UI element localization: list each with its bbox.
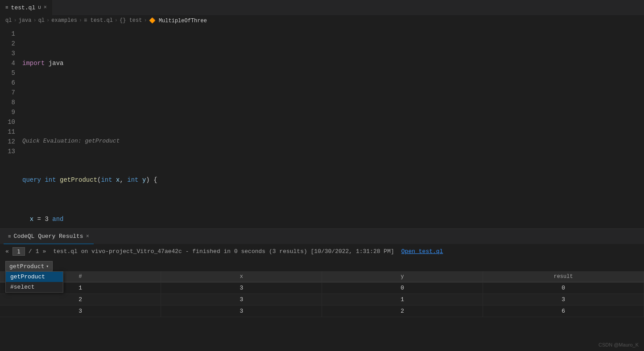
page-separator: / [29, 248, 32, 255]
table-row: 2 3 1 3 [0, 294, 644, 306]
predicate-dropdown-container: getProduct ▾ getProduct #select [5, 261, 53, 271]
editor-area[interactable]: 1 2 3 4 5 6 7 8 9 10 11 12 13 import jav… [0, 25, 644, 229]
tab-menu-icon: ≡ [5, 5, 8, 10]
code-line-2 [22, 98, 644, 107]
panel-tab-icon: ≡ [8, 234, 11, 239]
cell-y-3: 2 [322, 306, 483, 317]
tab-close-button[interactable]: × [44, 4, 47, 11]
watermark: CSDN @Mauro_K [599, 342, 639, 347]
breadcrumb: ql › java › ql › examples › ≡ test.ql › … [0, 16, 644, 25]
results-area: getProduct ▾ getProduct #select # x y [0, 258, 644, 351]
breadcrumb-ql2[interactable]: ql [38, 17, 45, 24]
pagination-bar: « / 1 » test.ql on vivo-project_Vitro_47… [0, 245, 644, 258]
cell-x-1: 3 [161, 282, 322, 294]
cell-result-2: 3 [483, 294, 644, 306]
table-row: 3 3 2 6 [0, 306, 644, 317]
code-line-1: import java [22, 58, 644, 68]
page-prev-button[interactable]: « [5, 248, 9, 255]
table-row: 1 3 0 0 [0, 282, 644, 294]
code-line-4: x = 3 and [22, 214, 644, 224]
cell-y-2: 1 [322, 294, 483, 306]
cell-result-3: 6 [483, 306, 644, 317]
page-number-input[interactable] [12, 247, 25, 256]
tab-filename: test.ql [11, 4, 36, 11]
col-header-x: x [161, 271, 322, 282]
dropdown-item-select[interactable]: #select [6, 282, 63, 292]
code-line-3: query int getProduct(int x, int y) { [22, 175, 644, 185]
predicate-dropdown-menu: getProduct #select [5, 271, 63, 293]
bottom-panel: ≡ CodeQL Query Results × « / 1 » test.ql… [0, 229, 644, 351]
code-content: import java Quick Evaluation: getProduct… [22, 29, 644, 229]
query-status-message: test.ql on vivo-project_Vitro_47ae42c - … [53, 248, 394, 255]
results-controls: getProduct ▾ getProduct #select [0, 258, 644, 271]
dropdown-selected-label: getProduct [9, 263, 44, 269]
tab-bar: ≡ test.ql U × [0, 0, 644, 16]
panel-tab-close-button[interactable]: × [86, 233, 89, 240]
quick-eval-getProduct: Quick Evaluation: getProduct [22, 137, 644, 146]
predicate-dropdown-button[interactable]: getProduct ▾ [5, 261, 53, 271]
breadcrumb-test[interactable]: {} test [120, 17, 142, 24]
cell-result-1: 0 [483, 282, 644, 294]
col-header-y: y [322, 271, 483, 282]
tab-modified-indicator: U [38, 5, 41, 10]
breadcrumb-class[interactable]: 🔶 MultipleOfThree [149, 17, 207, 24]
results-table-body: 1 3 0 0 2 3 1 3 3 3 2 6 [0, 282, 644, 317]
cell-hash-2: 2 [0, 294, 161, 306]
page-next-button[interactable]: » [42, 248, 46, 255]
breadcrumb-examples[interactable]: examples [51, 17, 77, 24]
cell-hash-3: 3 [0, 306, 161, 317]
editor-tab[interactable]: ≡ test.ql U × [0, 0, 53, 15]
dropdown-arrow-icon: ▾ [46, 264, 49, 269]
results-table: # x y result 1 3 0 0 2 3 [0, 271, 644, 317]
table-header-row: # x y result [0, 271, 644, 282]
line-numbers: 1 2 3 4 5 6 7 8 9 10 11 12 13 [0, 29, 22, 229]
cell-x-3: 3 [161, 306, 322, 317]
col-header-result: result [483, 271, 644, 282]
breadcrumb-ql[interactable]: ql [5, 17, 12, 24]
cell-y-1: 0 [322, 282, 483, 294]
results-table-wrapper[interactable]: # x y result 1 3 0 0 2 3 [0, 271, 644, 351]
panel-tab-bar: ≡ CodeQL Query Results × [0, 229, 644, 245]
cell-x-2: 3 [161, 294, 322, 306]
breadcrumb-java[interactable]: java [19, 17, 32, 24]
panel-tab-label: CodeQL Query Results [14, 233, 83, 240]
query-results-tab[interactable]: ≡ CodeQL Query Results × [4, 229, 94, 244]
page-total: 1 [36, 248, 39, 255]
open-test-ql-link[interactable]: Open test.ql [401, 248, 443, 255]
code-container: 1 2 3 4 5 6 7 8 9 10 11 12 13 import jav… [0, 25, 644, 229]
breadcrumb-file[interactable]: ≡ test.ql [84, 17, 113, 24]
dropdown-item-getProduct[interactable]: getProduct [6, 272, 63, 282]
